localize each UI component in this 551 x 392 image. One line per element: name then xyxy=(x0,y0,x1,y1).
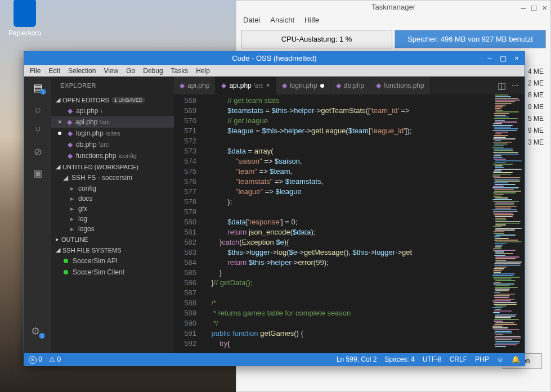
menu-help[interactable]: Help xyxy=(196,67,210,75)
open-editor-item[interactable]: ×◆api.php \src xyxy=(51,116,174,128)
editor-tab[interactable]: ◆api.php\src × xyxy=(216,76,276,94)
open-editor-item[interactable]: ◆functions.php \config xyxy=(51,150,174,161)
activity-bar: ▤1 ⌕ ⑂ ⊘ ▣ ⚙1 xyxy=(24,76,51,353)
menu-go[interactable]: Go xyxy=(126,67,135,75)
more-icon[interactable]: ··· xyxy=(512,80,519,91)
minimize-icon[interactable]: – xyxy=(521,3,526,12)
close-icon[interactable]: × xyxy=(542,3,547,12)
tm-menu-file[interactable]: Datei xyxy=(243,16,260,24)
folder-item[interactable]: ▸gfx xyxy=(51,204,174,214)
vscode-menubar: FileEditSelectionViewGoDebugTasksHelp xyxy=(24,65,525,76)
line-gutter: 5685695705715725735745755765775785795805… xyxy=(174,94,203,353)
workspace-section[interactable]: ◢UNTITLED (WORKSPACE) xyxy=(51,161,174,172)
taskmanager-window-controls: – □ × xyxy=(521,3,547,12)
maximize-icon[interactable]: □ xyxy=(531,3,536,12)
taskmanager-menubar: Datei Ansicht Hilfe xyxy=(236,13,550,26)
desktop-icon-trash[interactable]: Papierkorb xyxy=(8,0,41,37)
open-editor-item[interactable]: ◆db.php \src xyxy=(51,139,174,150)
ssh-fs-item[interactable]: SoccerSim Client xyxy=(51,267,174,278)
split-editor-icon[interactable]: ◫ xyxy=(498,80,506,91)
vscode-titlebar[interactable]: Code - OSS (headmelted) – ▢ × xyxy=(24,52,525,65)
bell-icon[interactable]: 🔔 xyxy=(512,355,520,363)
menu-view[interactable]: View xyxy=(104,67,118,75)
explorer-header: EXPLORER xyxy=(51,76,174,94)
status-position[interactable]: Ln 599, Col 2 xyxy=(337,355,377,363)
debug-icon[interactable]: ⊘ xyxy=(31,145,44,159)
editor-tab[interactable]: ◆functions.php xyxy=(370,76,430,94)
tm-tab-memory[interactable]: Speicher: 496 MB von 927 MB benutzt xyxy=(395,30,546,48)
minimize-icon[interactable]: – xyxy=(485,52,494,65)
taskmanager-tabs: CPU-Auslastung: 1 % Speicher: 496 MB von… xyxy=(236,26,550,52)
ssh-fs-item[interactable]: SoccerSim API xyxy=(51,255,174,267)
status-language[interactable]: PHP xyxy=(475,355,489,363)
ssh-fs-list: SoccerSim APISoccerSim Client xyxy=(51,255,174,278)
folder-item[interactable]: ▸docs xyxy=(51,193,174,204)
menu-debug[interactable]: Debug xyxy=(143,67,163,75)
vscode-title: Code - OSS (headmelted) xyxy=(232,54,316,62)
folder-item[interactable]: ▸logos xyxy=(51,224,174,234)
search-icon[interactable]: ⌕ xyxy=(31,102,44,116)
trash-label: Papierkorb xyxy=(8,29,41,37)
minimap[interactable] xyxy=(491,94,525,353)
statusbar: ✕ 0 ⚠ 0 Ln 599, Col 2 Spaces: 4 UTF-8 CR… xyxy=(24,353,525,366)
taskmanager-title: Taskmanager xyxy=(236,1,550,13)
vscode-window: Code - OSS (headmelted) – ▢ × FileEditSe… xyxy=(24,51,525,366)
menu-file[interactable]: File xyxy=(30,67,41,75)
status-encoding[interactable]: UTF-8 xyxy=(423,355,442,363)
tm-menu-help[interactable]: Hilfe xyxy=(304,16,319,24)
extensions-icon[interactable]: ▣ xyxy=(31,166,44,180)
open-editor-item[interactable]: ◆login.php \sites xyxy=(51,128,174,139)
workspace-root[interactable]: ◢SSH FS - soccersim xyxy=(51,172,174,183)
code-editor[interactable]: 5685695705715725735745755765775785795805… xyxy=(174,94,525,353)
code-content[interactable]: // get team stats $teamstats = $this->he… xyxy=(203,94,491,353)
editor-area: ◆api.php ◆api.php\src ×◆login.php ◆db.ph… xyxy=(174,76,525,353)
editor-tab[interactable]: ◆api.php xyxy=(174,76,216,94)
status-errors[interactable]: ✕ 0 xyxy=(29,355,42,364)
folder-item[interactable]: ▸config xyxy=(51,183,174,193)
menu-tasks[interactable]: Tasks xyxy=(171,67,189,75)
trash-icon xyxy=(14,0,36,27)
explorer-icon[interactable]: ▤1 xyxy=(31,81,44,94)
status-eol[interactable]: CRLF xyxy=(450,355,467,363)
editor-tabs: ◆api.php ◆api.php\src ×◆login.php ◆db.ph… xyxy=(174,76,525,94)
tm-tab-cpu[interactable]: CPU-Auslastung: 1 % xyxy=(241,30,392,48)
workspace-folders: ▸config▸docs▸gfx▸log▸logos xyxy=(51,183,174,234)
open-editor-item[interactable]: ◆api.php \ xyxy=(51,105,174,116)
tm-menu-view[interactable]: Ansicht xyxy=(270,16,294,24)
feedback-icon[interactable]: ☺ xyxy=(497,355,504,363)
close-icon[interactable]: × xyxy=(512,52,521,65)
explorer-sidebar: EXPLORER ◢OPEN EDITORS 1 UNSAVED ◆api.ph… xyxy=(51,76,174,353)
open-editors-section[interactable]: ◢OPEN EDITORS 1 UNSAVED xyxy=(51,94,174,105)
ssh-fs-section[interactable]: ◢SSH FILE SYSTEMS xyxy=(51,245,174,255)
status-warnings[interactable]: ⚠ 0 xyxy=(49,355,61,363)
menu-selection[interactable]: Selection xyxy=(68,67,96,75)
editor-tab[interactable]: ◆login.php xyxy=(276,76,330,94)
open-editors-list: ◆api.php \×◆api.php \src◆login.php \site… xyxy=(51,105,174,161)
outline-section[interactable]: ▸OUTLINE xyxy=(51,234,174,245)
settings-gear-icon[interactable]: ⚙1 xyxy=(31,325,40,337)
source-control-icon[interactable]: ⑂ xyxy=(31,124,44,137)
editor-tab[interactable]: ◆db.php xyxy=(330,76,371,94)
folder-item[interactable]: ▸log xyxy=(51,214,174,224)
status-spaces[interactable]: Spaces: 4 xyxy=(384,355,414,363)
maximize-icon[interactable]: ▢ xyxy=(499,52,508,65)
menu-edit[interactable]: Edit xyxy=(48,67,60,75)
